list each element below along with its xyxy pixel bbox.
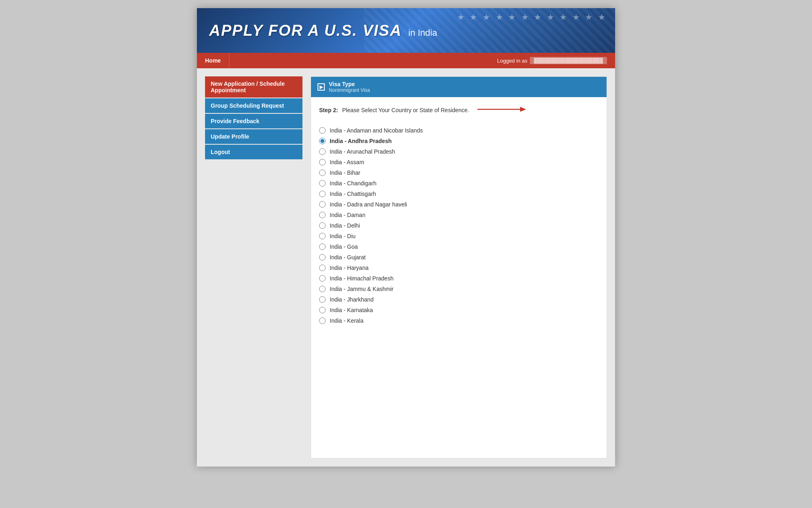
label-karnataka[interactable]: India - Karnataka — [330, 307, 373, 313]
label-kerala[interactable]: India - Kerala — [330, 317, 363, 324]
sidebar-item-provide-feedback[interactable]: Provide Feedback — [205, 114, 302, 128]
logged-in-label: Logged in as — [497, 58, 527, 64]
label-jammu[interactable]: India - Jammu & Kashmir — [330, 286, 393, 292]
header-title-main: APPLY FOR A U.S. VISA — [209, 22, 402, 39]
radio-haryana[interactable] — [319, 265, 326, 271]
radio-assam[interactable] — [319, 159, 326, 165]
radio-bihar[interactable] — [319, 169, 326, 176]
sidebar-item-new-application[interactable]: New Application / Schedule Appointment — [205, 76, 302, 98]
radio-chattisgarh[interactable] — [319, 191, 326, 197]
list-item[interactable]: India - Himachal Pradesh — [319, 273, 598, 284]
radio-dadra[interactable] — [319, 201, 326, 208]
label-chattisgarh[interactable]: India - Chattisgarh — [330, 191, 376, 197]
nav-bar: Home Logged in as ████████████████████ — [197, 53, 615, 68]
label-haryana[interactable]: India - Haryana — [330, 265, 369, 271]
list-item[interactable]: India - Arunachal Pradesh — [319, 146, 598, 157]
list-item[interactable]: India - Gujarat — [319, 252, 598, 263]
label-goa[interactable]: India - Goa — [330, 243, 358, 250]
arrow-indicator — [477, 105, 526, 115]
step2-label: Step 2: — [319, 107, 338, 113]
location-radio-list: India - Andaman and Nicobar Islands Indi… — [311, 125, 607, 334]
list-item[interactable]: India - Chattisgarh — [319, 189, 598, 199]
label-andaman[interactable]: India - Andaman and Nicobar Islands — [330, 127, 423, 134]
label-gujarat[interactable]: India - Gujarat — [330, 254, 366, 261]
step2-text: Step 2: Please Select Your Country or St… — [319, 105, 598, 115]
main-content: New Application / Schedule Appointment G… — [197, 68, 615, 467]
list-item[interactable]: India - Diu — [319, 231, 598, 241]
label-delhi[interactable]: India - Delhi — [330, 222, 360, 229]
home-nav-item[interactable]: Home — [197, 53, 229, 68]
label-chandigarh[interactable]: India - Chandigarh — [330, 180, 376, 187]
radio-goa[interactable] — [319, 243, 326, 250]
sidebar-item-logout[interactable]: Logout — [205, 145, 302, 159]
label-dadra[interactable]: India - Dadra and Nagar haveli — [330, 201, 407, 208]
label-diu[interactable]: India - Diu — [330, 233, 356, 239]
list-item[interactable]: India - Haryana — [319, 263, 598, 273]
list-item[interactable]: India - Dadra and Nagar haveli — [319, 199, 598, 210]
list-item[interactable]: India - Goa — [319, 241, 598, 252]
visa-type-header: ▶ Visa Type Nonimmigrant Visa — [311, 77, 607, 97]
visa-type-value: Nonimmigrant Visa — [329, 87, 370, 93]
list-item[interactable]: India - Delhi — [319, 220, 598, 231]
radio-kerala[interactable] — [319, 317, 326, 324]
list-item[interactable]: India - Karnataka — [319, 305, 598, 315]
svg-marker-1 — [520, 107, 526, 112]
list-item[interactable]: India - Jharkhand — [319, 294, 598, 305]
label-arunachal[interactable]: India - Arunachal Pradesh — [330, 148, 395, 155]
label-andhra[interactable]: India - Andhra Pradesh — [330, 138, 392, 144]
radio-jammu[interactable] — [319, 286, 326, 292]
step2-description: Please Select Your Country or State of R… — [342, 107, 469, 113]
header-stars: ★ ★ ★ ★ ★ ★ ★ ★ ★ ★ ★ ★ — [457, 12, 607, 22]
radio-chandigarh[interactable] — [319, 180, 326, 187]
radio-andaman[interactable] — [319, 127, 326, 134]
list-item[interactable]: India - Andhra Pradesh — [319, 136, 598, 146]
visa-type-toggle[interactable]: ▶ — [317, 83, 325, 91]
visa-type-info: Visa Type Nonimmigrant Visa — [329, 81, 370, 93]
list-item[interactable]: India - Daman — [319, 210, 598, 220]
list-item[interactable]: India - Bihar — [319, 167, 598, 178]
radio-daman[interactable] — [319, 212, 326, 218]
sidebar-item-update-profile[interactable]: Update Profile — [205, 129, 302, 144]
radio-andhra[interactable] — [319, 138, 326, 144]
label-jharkhand[interactable]: India - Jharkhand — [330, 296, 374, 303]
list-item[interactable]: India - Chandigarh — [319, 178, 598, 189]
sidebar: New Application / Schedule Appointment G… — [205, 76, 302, 458]
list-item[interactable]: India - Andaman and Nicobar Islands — [319, 125, 598, 136]
header-banner: APPLY FOR A U.S. VISA in India ★ ★ ★ ★ ★… — [197, 8, 615, 53]
list-item[interactable]: India - Assam — [319, 157, 598, 167]
label-himachal[interactable]: India - Himachal Pradesh — [330, 275, 393, 282]
radio-diu[interactable] — [319, 233, 326, 239]
logged-in-value: ████████████████████ — [530, 57, 607, 64]
page-wrapper: APPLY FOR A U.S. VISA in India ★ ★ ★ ★ ★… — [197, 8, 615, 467]
logged-in-section: Logged in as ████████████████████ — [497, 57, 615, 64]
label-bihar[interactable]: India - Bihar — [330, 169, 360, 176]
list-item[interactable]: India - Kerala — [319, 315, 598, 326]
radio-delhi[interactable] — [319, 222, 326, 229]
radio-arunachal[interactable] — [319, 148, 326, 155]
header-title-sub: in India — [408, 28, 437, 38]
radio-gujarat[interactable] — [319, 254, 326, 261]
visa-type-label: Visa Type — [329, 81, 370, 87]
label-daman[interactable]: India - Daman — [330, 212, 365, 218]
radio-karnataka[interactable] — [319, 307, 326, 313]
radio-jharkhand[interactable] — [319, 296, 326, 303]
sidebar-item-group-scheduling[interactable]: Group Scheduling Request — [205, 98, 302, 113]
step2-section: Step 2: Please Select Your Country or St… — [311, 97, 607, 125]
content-panel: ▶ Visa Type Nonimmigrant Visa Step 2: Pl… — [311, 76, 607, 458]
list-item[interactable]: India - Jammu & Kashmir — [319, 284, 598, 294]
label-assam[interactable]: India - Assam — [330, 159, 364, 165]
radio-himachal[interactable] — [319, 275, 326, 282]
